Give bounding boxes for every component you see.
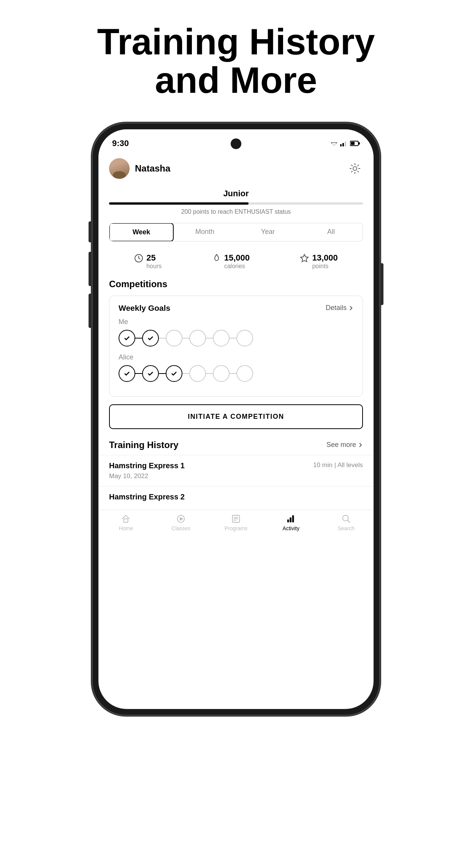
svg-rect-6 (351, 142, 355, 145)
check-icon (123, 370, 131, 377)
screen-content[interactable]: Natasha (98, 152, 374, 709)
connector-me-4 (206, 338, 213, 339)
profile-name: Natasha (135, 163, 170, 174)
history-item-name: Hamstring Express 1 (109, 461, 185, 470)
svg-rect-4 (345, 141, 346, 146)
page-title: Training History and More (67, 0, 405, 115)
circle-me-4 (189, 330, 206, 347)
svg-rect-27 (290, 517, 291, 522)
avatar (109, 158, 130, 179)
svg-line-30 (347, 520, 350, 522)
nav-item-activity[interactable]: Activity (276, 514, 306, 531)
programs-icon (231, 514, 241, 524)
chevron-right-icon (348, 305, 353, 311)
check-icon (147, 334, 154, 342)
status-icons (330, 140, 360, 146)
circle-me-1 (119, 330, 135, 347)
circle-alice-6 (236, 365, 253, 382)
weekly-goals-title: Weekly Goals (119, 304, 170, 313)
nav-item-classes[interactable]: Classes (166, 514, 196, 531)
tab-all[interactable]: All (299, 223, 363, 241)
details-link[interactable]: Details (326, 304, 353, 312)
check-icon (170, 370, 178, 377)
tab-year[interactable]: Year (236, 223, 299, 241)
flame-icon (212, 254, 221, 265)
stat-points: 13,000 points (300, 253, 337, 270)
card-header: Weekly Goals Details (119, 304, 353, 313)
wifi-icon (330, 141, 338, 146)
nav-item-search[interactable]: Search (331, 514, 361, 531)
circle-me-5 (213, 330, 230, 347)
nav-item-home[interactable]: Home (111, 514, 141, 531)
svg-marker-1 (332, 143, 336, 146)
me-circles-row (119, 330, 353, 347)
alice-label: Alice (119, 353, 353, 361)
connector-alice-2 (159, 373, 166, 374)
vol-up-btn (89, 252, 92, 286)
svg-line-15 (357, 165, 359, 166)
nav-label-classes: Classes (171, 525, 190, 531)
nav-label-activity: Activity (283, 525, 299, 531)
me-label: Me (119, 318, 353, 326)
hours-label: hours (146, 263, 162, 270)
gear-icon (349, 162, 361, 175)
level-section: Junior 200 points to reach ENTHUSIAST st… (98, 185, 374, 223)
progress-bar-track (109, 202, 363, 205)
circle-me-2 (142, 330, 159, 347)
classes-icon (176, 514, 186, 524)
points-label: points (312, 263, 337, 270)
history-item-top: Hamstring Express 2 (109, 493, 363, 501)
circle-me-6 (236, 330, 253, 347)
stats-row: 25 hours 15,000 calories (98, 249, 374, 279)
svg-line-16 (351, 171, 353, 172)
tab-month[interactable]: Month (173, 223, 236, 241)
star-icon (300, 254, 309, 265)
profile-info: Natasha (109, 158, 170, 179)
search-icon (341, 514, 351, 524)
calories-label: calories (224, 263, 250, 270)
circle-alice-1 (119, 365, 135, 382)
battery-icon (350, 141, 360, 146)
home-icon (121, 514, 131, 524)
profile-header: Natasha (98, 152, 374, 185)
check-icon (123, 334, 131, 342)
nav-label-home: Home (119, 525, 133, 531)
circle-me-3 (166, 330, 182, 347)
progress-bar-fill (109, 202, 249, 205)
see-more-link[interactable]: See more (326, 441, 363, 449)
history-item-top: Hamstring Express 1 10 min | All levels (109, 461, 363, 470)
svg-line-14 (357, 171, 359, 172)
hours-value: 25 (146, 253, 162, 263)
tab-week[interactable]: Week (109, 223, 174, 242)
connector-alice-5 (230, 373, 236, 374)
history-item[interactable]: Hamstring Express 1 10 min | All levels … (98, 455, 374, 486)
circle-alice-4 (189, 365, 206, 382)
settings-button[interactable] (347, 161, 363, 176)
phone-shell: 9:30 (92, 122, 380, 716)
history-item-meta: 10 min | All levels (313, 461, 363, 469)
svg-rect-3 (342, 143, 344, 146)
connector-me-1 (135, 338, 142, 339)
bottom-nav: Home Classes (98, 510, 374, 537)
nav-label-search: Search (337, 525, 354, 531)
svg-rect-2 (340, 144, 342, 146)
level-subtitle: 200 points to reach ENTHUSIAST status (109, 208, 363, 215)
svg-line-13 (351, 165, 353, 166)
alice-circles-row (119, 365, 353, 382)
connector-me-5 (230, 338, 236, 339)
nav-item-programs[interactable]: Programs (221, 514, 251, 531)
circle-alice-3 (166, 365, 182, 382)
activity-icon (286, 514, 296, 524)
status-time: 9:30 (112, 138, 129, 148)
training-history-header: Training History See more (98, 440, 374, 455)
history-item-date: May 10, 2022 (109, 472, 148, 480)
power-btn (380, 263, 383, 305)
circle-alice-5 (213, 365, 230, 382)
tabs-row: Week Month Year All (109, 223, 363, 242)
svg-rect-7 (359, 142, 360, 145)
svg-rect-28 (292, 515, 294, 522)
connector-me-3 (182, 338, 189, 339)
stat-calories: 15,000 calories (212, 253, 250, 270)
initiate-competition-button[interactable]: INITIATE A COMPETITION (109, 404, 363, 429)
history-item[interactable]: Hamstring Express 2 (98, 486, 374, 510)
